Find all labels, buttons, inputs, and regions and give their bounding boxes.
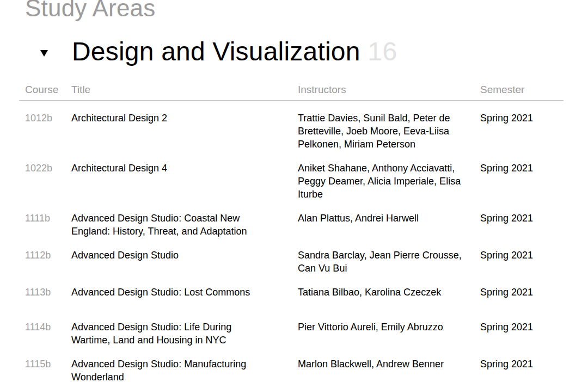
course-title: Advanced Design Studio: Lost Commons — [65, 286, 292, 299]
course-number: 1114b — [19, 321, 65, 334]
course-instructors: Sandra Barclay, Jean Pierre Crousse, Can… — [292, 249, 474, 275]
course-semester: Spring 2021 — [474, 286, 564, 299]
course-row-1022b[interactable]: 1022b Architectural Design 4 Aniket Shah… — [19, 151, 564, 201]
course-row-1115b[interactable]: 1115b Advanced Design Studio: Manufactur… — [19, 347, 564, 382]
course-semester: Spring 2021 — [474, 358, 564, 371]
course-title: Architectural Design 4 — [65, 162, 292, 175]
course-title: Advanced Design Studio — [65, 249, 292, 262]
column-header-title: Title — [65, 83, 292, 96]
course-title: Advanced Design Studio: Life During Wart… — [65, 321, 292, 347]
study-areas-page: Study Areas Design and Visualization16 C… — [0, 0, 588, 378]
column-header-instructors: Instructors — [292, 83, 474, 96]
course-row-1114b[interactable]: 1114b Advanced Design Studio: Life Durin… — [19, 310, 564, 347]
course-number: 1012b — [19, 112, 65, 125]
page-title: Study Areas — [25, 0, 588, 20]
course-row-1012b[interactable]: 1012b Architectural Design 2 Trattie Dav… — [19, 101, 564, 151]
courses-table: Course Title Instructors Semester 1012b … — [19, 83, 564, 382]
course-semester: Spring 2021 — [474, 249, 564, 262]
section-header-design-visualization[interactable]: Design and Visualization16 — [0, 36, 588, 66]
course-number: 1112b — [19, 249, 65, 262]
table-header-row: Course Title Instructors Semester — [19, 83, 564, 101]
course-row-1113b[interactable]: 1113b Advanced Design Studio: Lost Commo… — [19, 275, 564, 310]
course-number: 1022b — [19, 162, 65, 175]
section-title-text: Design and Visualization — [72, 37, 360, 66]
course-number: 1111b — [19, 212, 65, 225]
course-number: 1113b — [19, 286, 65, 299]
course-instructors: Pier Vittorio Aureli, Emily Abruzzo — [292, 321, 474, 334]
course-instructors: Trattie Davies, Sunil Bald, Peter de Bre… — [292, 112, 474, 151]
collapse-triangle-icon[interactable] — [40, 50, 48, 57]
course-number: 1115b — [19, 358, 65, 371]
course-title: Advanced Design Studio: Coastal New Engl… — [65, 212, 292, 238]
column-header-course: Course — [19, 83, 65, 96]
course-instructors: Alan Plattus, Andrei Harwell — [292, 212, 474, 225]
course-semester: Spring 2021 — [474, 321, 564, 334]
section-course-count: 16 — [368, 37, 397, 66]
course-instructors: Tatiana Bilbao, Karolina Czeczek — [292, 286, 474, 299]
course-instructors: Aniket Shahane, Anthony Acciavatti, Pegg… — [292, 162, 474, 201]
column-header-semester: Semester — [474, 83, 564, 96]
course-semester: Spring 2021 — [474, 212, 564, 225]
course-row-1112b[interactable]: 1112b Advanced Design Studio Sandra Barc… — [19, 238, 564, 275]
course-instructors: Marlon Blackwell, Andrew Benner — [292, 358, 474, 371]
section-title: Design and Visualization16 — [72, 36, 397, 66]
course-semester: Spring 2021 — [474, 112, 564, 125]
course-title: Architectural Design 2 — [65, 112, 292, 125]
course-semester: Spring 2021 — [474, 162, 564, 175]
course-title: Advanced Design Studio: Manufacturing Wo… — [65, 358, 292, 382]
course-row-1111b[interactable]: 1111b Advanced Design Studio: Coastal Ne… — [19, 201, 564, 238]
